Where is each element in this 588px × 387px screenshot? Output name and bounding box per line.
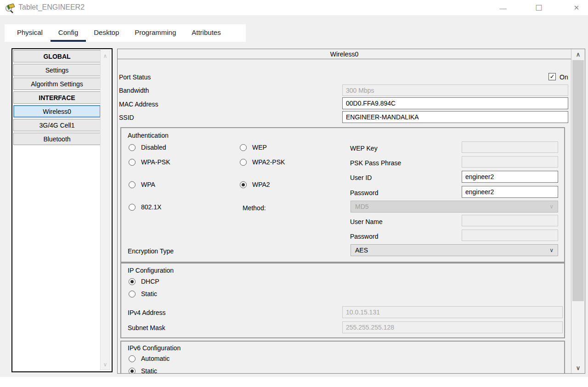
radio-icon xyxy=(129,355,136,362)
port-status-checkbox[interactable]: ✓ xyxy=(548,73,556,80)
close-icon[interactable]: ✕ xyxy=(569,2,584,14)
tab-programming[interactable]: Programming xyxy=(127,24,184,42)
radio-wpa-psk[interactable]: WPA-PSK xyxy=(129,158,170,166)
password-label: Password xyxy=(350,189,378,196)
radio-wpa[interactable]: WPA xyxy=(129,181,155,188)
radio-selected-icon xyxy=(240,181,247,188)
wep-key-field xyxy=(462,141,558,153)
password2-field xyxy=(462,230,558,241)
radio-8021x[interactable]: 802.1X xyxy=(129,203,161,211)
authentication-title: Authentication xyxy=(128,132,169,139)
sidebar-item-global[interactable]: GLOBAL xyxy=(13,50,101,62)
sidebar-item-bluetooth[interactable]: Bluetooth xyxy=(13,133,101,145)
chevron-down-icon: ∨ xyxy=(549,247,554,253)
tab-bar: Physical Config Desktop Programming Attr… xyxy=(5,24,246,42)
minimize-icon[interactable]: — xyxy=(495,2,511,14)
sidebar-item-interface[interactable]: INTERFACE xyxy=(13,91,101,104)
ipv6-configuration-title: IPv6 Configuration xyxy=(128,344,181,352)
tab-config[interactable]: Config xyxy=(51,24,86,42)
panel-scrollbar[interactable]: ∧ ∨ xyxy=(571,49,585,373)
radio-static-ipv4[interactable]: Static xyxy=(129,290,157,297)
config-sidebar: GLOBAL Settings Algorithm Settings INTER… xyxy=(11,48,113,372)
scroll-down-icon[interactable]: ∨ xyxy=(101,361,110,368)
radio-icon xyxy=(240,159,247,166)
interface-panel: Wireless0 ∧ ∨ Port Status ✓ On Bandwidth… xyxy=(117,49,585,374)
method-label: Method: xyxy=(243,204,266,212)
encryption-type-label: Encryption Type xyxy=(128,247,174,255)
user-name-field xyxy=(462,215,558,226)
user-id-field[interactable]: engineer2 xyxy=(462,171,558,183)
radio-icon xyxy=(240,144,247,151)
radio-wep[interactable]: WEP xyxy=(240,144,267,151)
user-name-label: User Name xyxy=(350,218,383,225)
radio-selected-icon xyxy=(129,278,136,285)
radio-static-ipv6[interactable]: Static xyxy=(129,367,157,374)
mac-address-label: MAC Address xyxy=(119,101,158,108)
method-select: MD5 ∨ xyxy=(351,201,558,213)
panel-title: Wireless0 xyxy=(118,49,571,59)
scrollbar-thumb[interactable] xyxy=(572,60,584,301)
tab-physical[interactable]: Physical xyxy=(9,24,51,42)
tab-desktop[interactable]: Desktop xyxy=(86,24,127,42)
password2-label: Password xyxy=(350,233,378,240)
authentication-group: Authentication Disabled WEP WPA-PSK WPA2… xyxy=(120,127,565,263)
radio-wpa2[interactable]: WPA2 xyxy=(240,181,270,188)
sidebar-item-algorithm-settings[interactable]: Algorithm Settings xyxy=(13,78,101,90)
sidebar-item-wireless0[interactable]: Wireless0 xyxy=(13,105,101,118)
mac-address-field[interactable]: 00D0.FFA9.894C xyxy=(342,97,568,109)
radio-icon xyxy=(129,159,136,166)
ip-configuration-group: IP Configuration DHCP Static IPv4 Addres… xyxy=(120,263,565,338)
radio-dhcp[interactable]: DHCP xyxy=(129,278,159,285)
maximize-icon[interactable]: ☐ xyxy=(531,2,547,14)
sidebar-scrollbar[interactable]: ∧ ∨ xyxy=(100,50,110,370)
bandwidth-label: Bandwidth xyxy=(119,87,149,94)
ipv6-configuration-group: IPv6 Configuration Automatic Static xyxy=(120,341,565,374)
port-status-label: Port Status xyxy=(119,73,151,81)
ip-configuration-title: IP Configuration xyxy=(128,267,174,274)
radio-disabled[interactable]: Disabled xyxy=(129,144,166,151)
title-bar: Tablet_ENGINEER2 — ☐ ✕ xyxy=(0,0,588,15)
radio-icon xyxy=(129,144,136,151)
subnet-mask-field: 255.255.255.128 xyxy=(342,321,563,333)
chevron-down-icon: ∨ xyxy=(549,203,554,210)
scroll-up-icon[interactable]: ∧ xyxy=(571,51,585,58)
subnet-mask-label: Subnet Mask xyxy=(128,324,165,331)
radio-selected-icon xyxy=(129,368,136,374)
radio-icon xyxy=(129,204,136,211)
port-status-on-label: On xyxy=(560,73,568,81)
app-icon xyxy=(5,2,16,13)
radio-wpa2-psk[interactable]: WPA2-PSK xyxy=(240,158,285,166)
ipv4-address-label: IPv4 Address xyxy=(128,309,166,316)
sidebar-item-settings[interactable]: Settings xyxy=(13,64,101,76)
window-title: Tablet_ENGINEER2 xyxy=(18,3,85,11)
psk-pass-phrase-label: PSK Pass Phrase xyxy=(350,159,401,167)
wep-key-label: WEP Key xyxy=(350,145,378,152)
radio-automatic-ipv6[interactable]: Automatic xyxy=(129,355,170,362)
scroll-up-icon[interactable]: ∧ xyxy=(101,53,110,59)
psk-pass-phrase-field xyxy=(462,156,558,168)
ipv4-address-field: 10.0.15.131 xyxy=(342,306,563,318)
bandwidth-field: 300 Mbps xyxy=(342,84,568,96)
sidebar-item-3g4g-cell1[interactable]: 3G/4G Cell1 xyxy=(13,119,101,131)
radio-icon xyxy=(129,181,136,188)
encryption-type-select[interactable]: AES ∨ xyxy=(351,244,558,256)
tab-attributes[interactable]: Attributes xyxy=(184,24,228,42)
ssid-label: SSID xyxy=(119,114,134,121)
scroll-down-icon[interactable]: ∨ xyxy=(571,365,585,371)
user-id-label: User ID xyxy=(350,174,372,181)
ssid-field[interactable]: ENGINEER-MANDALIKA xyxy=(342,111,568,123)
radio-icon xyxy=(129,291,136,297)
password-field[interactable]: engineer2 xyxy=(462,186,558,198)
